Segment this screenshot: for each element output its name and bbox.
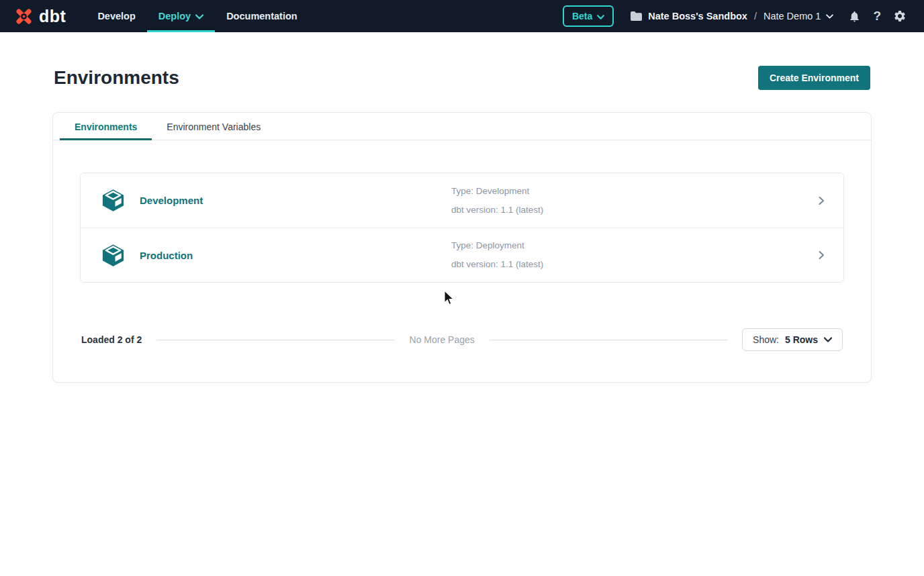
environment-dbt-version: dbt version: 1.1 (latest) (451, 201, 817, 220)
environment-name: Production (140, 250, 451, 261)
divider-line (490, 340, 727, 340)
tab-environment-variables[interactable]: Environment Variables (152, 113, 275, 140)
environment-type: Type: Development (451, 182, 817, 201)
page-header: Environments Create Environment (52, 66, 872, 90)
environment-type: Type: Deployment (451, 236, 817, 255)
dbt-logo-icon (13, 6, 34, 27)
top-nav-right: Beta Nate Boss's Sandbox / Nate Demo 1 ? (563, 0, 924, 32)
chevron-down-icon (826, 14, 833, 19)
chevron-down-icon (824, 337, 832, 342)
top-nav-bar: dbt Develop Deploy Documentation Beta Na… (0, 0, 924, 32)
notifications-bell-icon[interactable] (847, 8, 862, 25)
brand-wordmark: dbt (39, 7, 66, 26)
account-name: Nate Boss's Sandbox (648, 11, 747, 21)
nav-item-deploy[interactable]: Deploy (147, 0, 215, 32)
project-name: Nate Demo 1 (764, 11, 821, 21)
beta-dropdown-button[interactable]: Beta (563, 5, 614, 27)
tab-environments[interactable]: Environments (60, 113, 152, 140)
create-environment-button[interactable]: Create Environment (758, 66, 870, 90)
environment-list: Development Type: Development dbt versio… (80, 173, 844, 283)
environment-dbt-version: dbt version: 1.1 (latest) (451, 255, 817, 274)
chevron-right-icon (817, 250, 826, 260)
folder-icon (630, 11, 643, 21)
rows-per-page-dropdown[interactable]: Show: 5 Rows (742, 328, 843, 351)
environment-name: Development (140, 195, 451, 206)
nav-item-develop[interactable]: Develop (86, 0, 146, 32)
page-title: Environments (54, 67, 179, 89)
help-icon[interactable]: ? (872, 7, 882, 25)
chevron-down-icon (195, 11, 203, 21)
nav-item-documentation[interactable]: Documentation (215, 0, 309, 32)
environment-cube-icon (101, 243, 126, 268)
dbt-brand[interactable]: dbt (13, 0, 66, 32)
environment-row-production[interactable]: Production Type: Deployment dbt version:… (81, 228, 843, 282)
no-more-pages-label: No More Pages (410, 334, 475, 345)
breadcrumb-separator: / (754, 11, 757, 21)
chevron-down-icon (597, 11, 604, 21)
environments-card: Environments Environment Variables Devel (52, 112, 872, 383)
chevron-right-icon (817, 196, 826, 205)
card-body: Development Type: Development dbt versio… (53, 140, 871, 382)
tab-bar: Environments Environment Variables (53, 113, 871, 140)
loaded-count: Loaded 2 of 2 (81, 334, 142, 345)
project-switcher[interactable]: Nate Boss's Sandbox / Nate Demo 1 (630, 11, 833, 21)
pagination-bar: Loaded 2 of 2 No More Pages Show: 5 Rows (80, 328, 844, 351)
environment-cube-icon (101, 188, 126, 213)
environment-row-development[interactable]: Development Type: Development dbt versio… (81, 173, 843, 228)
divider-line (156, 340, 394, 340)
environments-page: Environments Create Environment Environm… (52, 32, 872, 383)
gear-icon[interactable] (892, 8, 908, 24)
main-nav: Develop Deploy Documentation (86, 0, 308, 32)
environment-meta: Type: Development dbt version: 1.1 (late… (451, 182, 817, 220)
environment-meta: Type: Deployment dbt version: 1.1 (lates… (451, 236, 817, 274)
